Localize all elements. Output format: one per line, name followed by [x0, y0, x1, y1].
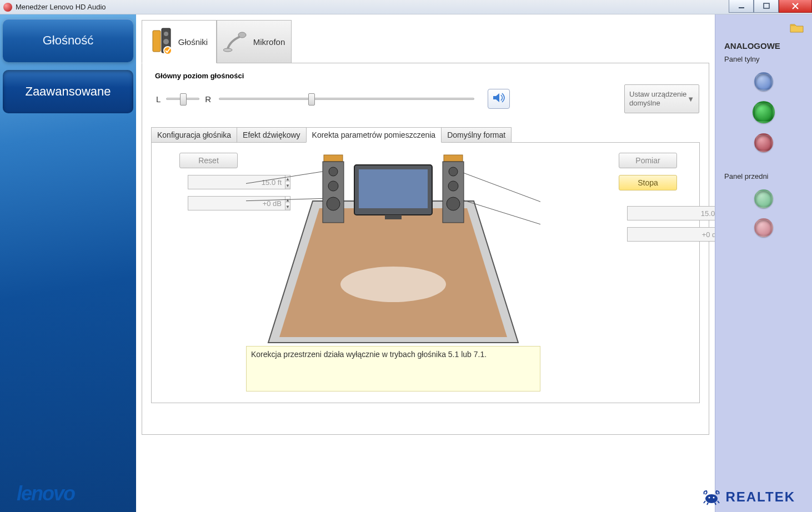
svg-rect-2 — [153, 31, 161, 52]
window-title: Menedżer Lenovo HD Audio — [16, 3, 106, 11]
svg-rect-18 — [385, 215, 402, 219]
balance-right-label: R — [205, 94, 211, 104]
jack-front-green[interactable] — [754, 189, 773, 208]
maximize-button[interactable] — [754, 0, 779, 13]
svg-point-8 — [223, 48, 232, 52]
room-illustration — [246, 148, 540, 354]
tab-speakers[interactable]: Głośniki — [142, 20, 217, 63]
sidebar-item-label: Zaawansowane — [25, 84, 111, 99]
balance-slider[interactable] — [166, 98, 199, 100]
svg-point-27 — [448, 181, 458, 191]
set-default-label: Ustaw urządzenie domyślne — [629, 90, 694, 107]
room-correction-panel: Reset ▲▼ ▲▼ Pomiar Stopa — [151, 142, 700, 403]
reset-button[interactable]: Reset — [179, 153, 238, 168]
svg-point-31 — [709, 497, 710, 499]
svg-rect-29 — [790, 24, 795, 26]
device-panel: Główny poziom głośności L R — [142, 63, 709, 435]
rear-panel-label: Panel tylny — [715, 53, 812, 67]
speaker-icon — [492, 92, 505, 106]
svg-point-4 — [164, 32, 168, 36]
close-button[interactable] — [779, 0, 812, 13]
jack-front-pink[interactable] — [754, 218, 773, 237]
minimize-button[interactable] — [729, 0, 754, 13]
title-bar: Menedżer Lenovo HD Audio — [0, 0, 812, 14]
svg-rect-0 — [739, 7, 744, 8]
footer: lenovo REALTEK — [17, 482, 795, 505]
subtab-room-correction[interactable]: Korekta parametrów pomieszczenia — [306, 127, 442, 143]
svg-rect-17 — [359, 169, 428, 208]
measure-button[interactable]: Pomiar — [619, 153, 677, 168]
svg-line-12 — [246, 170, 329, 184]
distance-left-field[interactable]: ▲▼ — [188, 175, 238, 189]
svg-rect-24 — [444, 155, 463, 162]
chevron-down-icon: ▼ — [687, 95, 694, 103]
svg-point-5 — [163, 39, 169, 44]
subtab-default-format[interactable]: Domyślny format — [441, 127, 512, 143]
svg-rect-19 — [324, 155, 343, 162]
subtab-speaker-config[interactable]: Konfiguracja głośnika — [151, 127, 237, 143]
lenovo-logo: lenovo — [17, 482, 74, 505]
main-volume-label: Główny poziom głośności — [152, 72, 699, 80]
svg-point-28 — [447, 197, 460, 210]
svg-line-14 — [457, 170, 540, 204]
app-icon — [3, 3, 12, 12]
sidebar: Głośność Zaawansowane — [0, 14, 136, 512]
svg-point-22 — [328, 181, 338, 191]
subtab-sound-effect[interactable]: Efekt dźwiękowy — [237, 127, 306, 143]
unit-toggle-button[interactable]: Stopa — [619, 175, 677, 190]
realtek-logo: REALTEK — [702, 489, 795, 505]
svg-point-21 — [329, 167, 338, 176]
svg-point-30 — [705, 494, 718, 503]
sidebar-item-label: Głośność — [43, 33, 94, 48]
speakers-icon — [151, 27, 174, 57]
room-correction-info: Korekcja przestrzeni działa wyłącznie w … — [246, 346, 540, 391]
tab-label: Mikrofon — [253, 37, 285, 47]
svg-point-11 — [340, 267, 446, 302]
jack-rear-blue[interactable] — [754, 72, 773, 91]
svg-point-23 — [327, 197, 340, 210]
jack-rear-green[interactable] — [753, 101, 775, 123]
connector-panel: ANALOGOWE Panel tylny Panel przedni — [715, 14, 812, 512]
mute-button[interactable] — [488, 89, 510, 109]
realtek-crab-icon — [702, 489, 721, 505]
microphone-icon — [223, 30, 249, 54]
jack-rear-pink[interactable] — [754, 133, 773, 152]
sidebar-item-volume[interactable]: Głośność — [3, 19, 133, 62]
folder-icon[interactable] — [790, 22, 804, 36]
main-panel: Głośniki Mikrofon Główny poziom głośnośc… — [136, 14, 715, 512]
svg-point-26 — [449, 167, 458, 176]
svg-point-32 — [713, 497, 715, 499]
distance-right-field[interactable]: ▲▼ — [627, 206, 677, 220]
tab-label: Głośniki — [178, 37, 208, 47]
main-volume-slider[interactable] — [219, 98, 474, 100]
svg-rect-1 — [764, 3, 769, 8]
gain-left-field[interactable]: ▲▼ — [188, 196, 238, 210]
balance-left-label: L — [156, 94, 161, 104]
front-panel-label: Panel przedni — [715, 162, 812, 184]
set-default-device-dropdown[interactable]: Ustaw urządzenie domyślne ▼ — [624, 84, 699, 113]
tab-microphone[interactable]: Mikrofon — [217, 20, 292, 63]
sidebar-item-advanced[interactable]: Zaawansowane — [3, 70, 133, 113]
gain-right-field[interactable]: ▲▼ — [627, 227, 677, 242]
